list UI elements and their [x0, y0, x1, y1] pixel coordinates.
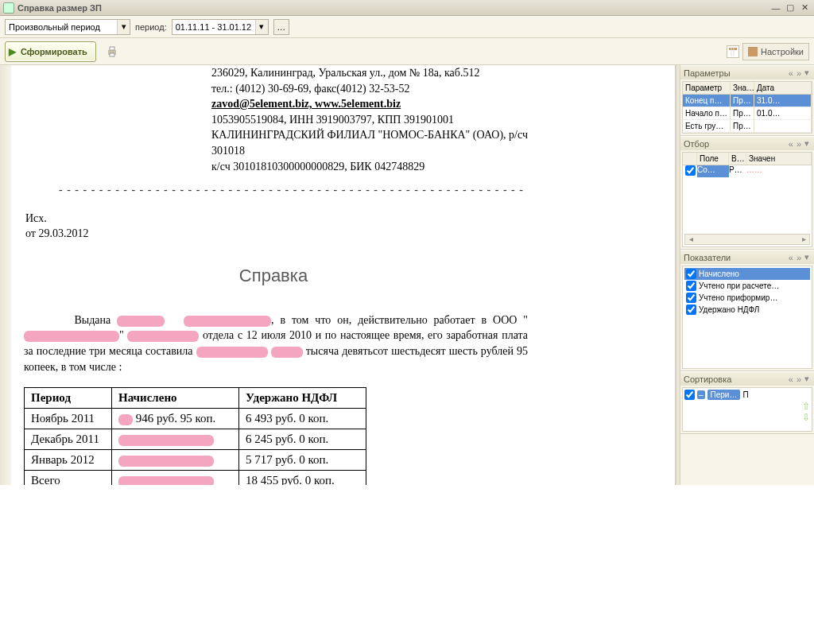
redacted-name [117, 316, 165, 327]
panel-indicators: Показатели « » ▾ НачисленоУчтено при рас… [680, 250, 814, 371]
scroll-left-icon[interactable]: ◂ [685, 235, 696, 244]
redacted-dept [127, 331, 199, 342]
period-mode-value: Произвольный период [6, 22, 117, 32]
panel-right-icon[interactable]: » [795, 68, 803, 78]
redacted-sum [196, 347, 268, 358]
action-toolbar: ▶ Сформировать Настройки [0, 38, 814, 65]
redacted-sum2 [271, 347, 303, 358]
period-mode-dropdown[interactable]: Произвольный период ▾ [5, 19, 130, 35]
indicators-list[interactable]: НачисленоУчтено при расчете…Учтено прифо… [682, 266, 812, 369]
settings-button[interactable]: Настройки [742, 43, 809, 60]
panel-left-icon[interactable]: « [787, 374, 795, 384]
panel-collapse-icon[interactable]: ▾ [803, 68, 811, 78]
period-toolbar: Произвольный период ▾ период: 01.11.11 -… [0, 16, 814, 38]
settings-button-label: Настройки [761, 47, 804, 56]
panel-collapse-icon[interactable]: ▾ [803, 252, 811, 262]
settings-icon [748, 47, 758, 56]
param-row[interactable]: Начало п…Пр…01.0… [683, 107, 812, 120]
col-accrued: Начислено [112, 388, 239, 409]
org-bank-line2: к/сч 30101810300000000829, БИК 042748829 [211, 159, 528, 175]
period-range-value: 01.11.11 - 31.01.12 [172, 22, 255, 32]
svg-rect-1 [110, 47, 114, 50]
outgoing-date: от 29.03.2012 [25, 226, 528, 242]
col-period: Период [25, 388, 112, 409]
panel-header[interactable]: Сортировка « » ▾ [680, 371, 814, 386]
redacted-company [24, 331, 119, 342]
sort-row-checkbox[interactable] [684, 390, 695, 400]
window-titlebar: Справка размер ЗП — ▢ ✕ [0, 0, 814, 16]
indicator-row[interactable]: Начислено [684, 268, 810, 280]
panel-header[interactable]: Параметры « » ▾ [680, 65, 814, 80]
param-row[interactable]: Конец п…Пр…31.0… [683, 95, 812, 107]
play-icon: ▶ [9, 46, 16, 57]
indicator-checkbox[interactable] [686, 305, 696, 315]
col-ndfl: Удержано НДФЛ [239, 388, 366, 409]
indicator-checkbox[interactable] [686, 293, 696, 303]
generate-button[interactable]: ▶ Сформировать [5, 41, 96, 62]
close-button[interactable]: ✕ [798, 2, 811, 14]
chevron-down-icon[interactable]: ▾ [255, 20, 268, 34]
parameters-grid[interactable]: Параметр Зна… Дата Конец п…Пр…31.0…Начал… [682, 81, 812, 134]
redacted-cell [118, 476, 214, 485]
move-down-icon[interactable]: ⇩ [802, 412, 810, 423]
indicator-row[interactable]: Удержано НДФЛ [684, 304, 810, 316]
chevron-down-icon[interactable]: ▾ [117, 20, 130, 34]
sort-list[interactable]: – Пери… П ⇧ ⇩ [682, 387, 812, 432]
minimize-button[interactable]: — [769, 2, 782, 14]
panel-left-icon[interactable]: « [787, 139, 795, 149]
otbor-grid[interactable]: Поле В… Значен Со… Р… …… ◂ ▸ [682, 152, 812, 247]
svg-rect-2 [110, 53, 114, 56]
redacted-cell [118, 435, 214, 446]
print-icon[interactable] [104, 44, 120, 60]
panel-otbor: Отбор « » ▾ Поле В… Значен Со… Р… …… [680, 136, 814, 250]
calendar-icon[interactable] [727, 45, 739, 58]
param-row[interactable]: Есть гру…Пр… [683, 120, 812, 133]
panel-left-icon[interactable]: « [787, 253, 795, 262]
scroll-right-icon[interactable]: ▸ [798, 235, 809, 244]
period-ellipsis-button[interactable]: … [273, 19, 289, 35]
sort-row[interactable]: – Пери… П [684, 390, 810, 400]
panel-collapse-icon[interactable]: ▾ [803, 374, 811, 384]
app-icon [3, 2, 14, 14]
indicator-checkbox[interactable] [686, 281, 696, 291]
divider-dashes: - - - - - - - - - - - - - - - - - - - - … [59, 182, 528, 198]
outgoing-number: Исх. [25, 211, 528, 227]
generate-button-label: Сформировать [21, 47, 87, 56]
window-title: Справка размер ЗП [17, 3, 768, 13]
panel-header[interactable]: Отбор « » ▾ [680, 136, 814, 150]
org-bank-line1: КАЛИНИНГРАДСКИЙ ФИЛИАЛ "НОМОС-БАНКА" (ОА… [211, 127, 528, 158]
horizontal-scrollbar[interactable]: ◂ ▸ [684, 234, 810, 245]
redacted-name2 [184, 316, 271, 327]
panel-right-icon[interactable]: » [795, 253, 803, 262]
document-title: Справка [19, 264, 528, 289]
period-range-input[interactable]: 01.11.11 - 31.01.12 ▾ [172, 19, 269, 35]
svg-rect-4 [729, 48, 737, 50]
report-viewer: 236029, Калининград, Уральская ул., дом … [0, 65, 676, 485]
maximize-button[interactable]: ▢ [784, 2, 797, 14]
document-body: Выдана , в том что он, действительно раб… [24, 312, 528, 374]
panel-left-icon[interactable]: « [787, 68, 795, 78]
redacted-cell [118, 414, 133, 425]
salary-table: Период Начислено Удержано НДФЛ Ноябрь 20… [24, 387, 366, 485]
otbor-row-checkbox[interactable] [685, 165, 696, 176]
table-row: Январь 20125 717 руб. 0 коп. [25, 450, 366, 471]
panel-collapse-icon[interactable]: ▾ [803, 138, 811, 149]
org-address-line1: 236029, Калининград, Уральская ул., дом … [211, 65, 528, 81]
panel-header[interactable]: Показатели « » ▾ [680, 250, 814, 264]
org-phone-line: тел.: (4012) 30-69-69, факс(4012) 32-53-… [211, 81, 528, 97]
org-registration: 1053905519084, ИНН 3919003797, КПП 39190… [211, 112, 528, 128]
otbor-row[interactable]: Со… Р… …… [683, 165, 812, 177]
table-row: Ноябрь 2011 946 руб. 95 коп.6 493 руб. 0… [25, 409, 366, 429]
move-up-icon[interactable]: ⇧ [802, 401, 810, 412]
indicator-row[interactable]: Учтено при расчете… [684, 280, 810, 292]
panel-sort: Сортировка « » ▾ – Пери… П ⇧ ⇩ [680, 371, 814, 434]
panel-parameters: Параметры « » ▾ Параметр Зна… Дата Конец… [680, 65, 814, 136]
org-email-site: zavod@5element.biz, www.5element.biz [211, 96, 528, 112]
indicator-checkbox[interactable] [686, 269, 696, 279]
settings-sidebar: Параметры « » ▾ Параметр Зна… Дата Конец… [680, 65, 814, 485]
indicator-row[interactable]: Учтено приформир… [684, 292, 810, 304]
panel-right-icon[interactable]: » [795, 374, 803, 384]
panel-right-icon[interactable]: » [795, 139, 803, 149]
period-label: период: [135, 22, 167, 32]
redacted-cell [118, 456, 214, 467]
